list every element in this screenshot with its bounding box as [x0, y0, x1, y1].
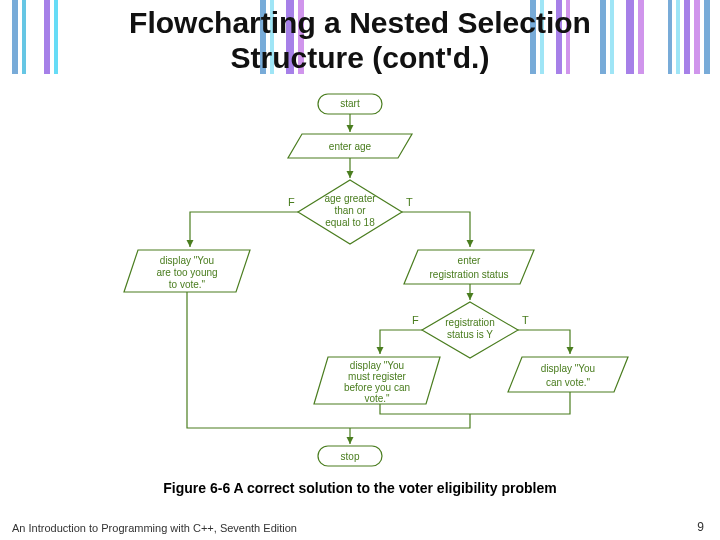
er-l2: registration status — [430, 269, 509, 280]
d2-true-label: T — [522, 314, 529, 326]
page-number: 9 — [697, 520, 704, 534]
decision-age-l3: equal to 18 — [325, 217, 375, 228]
d1-false-label: F — [288, 196, 295, 208]
dcv-l2: can vote." — [546, 377, 591, 388]
slide: Flowcharting a Nested Selection Structur… — [0, 0, 720, 540]
enter-age-label: enter age — [329, 141, 372, 152]
dmr-l3: before you can — [344, 382, 410, 393]
figure-caption: Figure 6-6 A correct solution to the vot… — [0, 480, 720, 496]
decision-age-l2: than or — [334, 205, 366, 216]
d1-true-label: T — [406, 196, 413, 208]
dr-l2: status is Y — [447, 329, 493, 340]
dmr-l4: vote." — [364, 393, 390, 404]
dcv-l1: display "You — [541, 363, 595, 374]
dmr-l2: must register — [348, 371, 406, 382]
dy-l2: are too young — [156, 267, 217, 278]
dy-l1: display "You — [160, 255, 214, 266]
title-line-1: Flowcharting a Nested Selection — [129, 6, 591, 39]
dr-l1: registration — [445, 317, 494, 328]
dy-l3: to vote." — [169, 279, 206, 290]
start-label: start — [340, 98, 360, 109]
d2-false-label: F — [412, 314, 419, 326]
decision-age-l1: age greater — [324, 193, 376, 204]
flowchart: start enter age age greater than or equa… — [80, 92, 640, 472]
footer-text: An Introduction to Programming with C++,… — [12, 522, 708, 534]
title-line-2: Structure (cont'd.) — [231, 41, 490, 74]
stop-label: stop — [341, 451, 360, 462]
slide-title: Flowcharting a Nested Selection Structur… — [0, 6, 720, 75]
dmr-l1: display "You — [350, 360, 404, 371]
er-l1: enter — [458, 255, 481, 266]
